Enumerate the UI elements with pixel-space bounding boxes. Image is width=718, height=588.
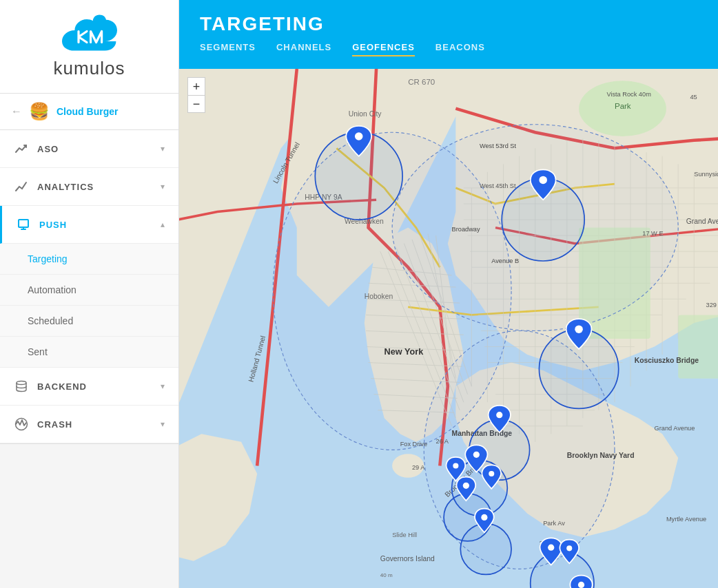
push-sub-nav: Targeting Automation Scheduled Sent xyxy=(0,244,178,368)
backend-icon xyxy=(14,379,29,394)
back-arrow-icon: ← xyxy=(11,105,22,118)
logo-area: kumulos xyxy=(0,0,178,94)
aso-chevron-icon: ▾ xyxy=(161,144,165,154)
svg-text:29 A: 29 A xyxy=(412,464,425,471)
svg-point-119 xyxy=(578,582,584,588)
svg-text:Governors Island: Governors Island xyxy=(380,555,435,563)
svg-text:Kosciuszko Bridge: Kosciuszko Bridge xyxy=(635,357,699,364)
svg-text:West 45th St: West 45th St xyxy=(480,182,516,189)
sidebar-subitem-scheduled[interactable]: Scheduled xyxy=(0,306,178,337)
map-svg: Lincoln Tunnel Holland Tunnel CR 670 Man… xyxy=(179,69,718,588)
svg-rect-0 xyxy=(19,220,28,227)
svg-text:Myrtle Avenue: Myrtle Avenue xyxy=(666,516,706,523)
sidebar: kumulos ← 🍔 Cloud Burger ASO ▾ xyxy=(0,0,179,588)
app-selector[interactable]: ← 🍔 Cloud Burger xyxy=(0,94,178,130)
page-title: TARGETING xyxy=(200,13,697,35)
zoom-out-button[interactable]: − xyxy=(187,95,205,113)
tab-segments[interactable]: SEGMENTS xyxy=(200,42,256,56)
tabs: SEGMENTS CHANNELS GEOFENCES BEACONS xyxy=(200,42,697,56)
crash-icon xyxy=(14,417,29,432)
svg-text:40 m: 40 m xyxy=(380,572,393,578)
map-controls: + − xyxy=(187,77,205,113)
sidebar-item-push-label: PUSH xyxy=(39,220,161,230)
logo-text: kumulos xyxy=(14,58,165,79)
svg-text:329: 329 xyxy=(706,302,717,308)
crash-chevron-icon: ▾ xyxy=(161,419,165,429)
aso-icon xyxy=(14,141,29,156)
sidebar-item-aso-label: ASO xyxy=(37,144,161,154)
svg-text:Avenue B: Avenue B xyxy=(491,258,519,264)
backend-chevron-icon: ▾ xyxy=(161,381,165,391)
sidebar-subitem-targeting[interactable]: Targeting xyxy=(0,244,178,275)
svg-point-114 xyxy=(473,452,480,458)
svg-rect-64 xyxy=(678,315,718,378)
svg-point-3 xyxy=(17,381,26,385)
tab-beacons[interactable]: BEACONS xyxy=(435,42,485,56)
analytics-icon xyxy=(14,179,29,194)
svg-point-121 xyxy=(489,471,494,476)
svg-text:West 53rd St: West 53rd St xyxy=(480,143,517,149)
sidebar-item-crash[interactable]: CRASH ▾ xyxy=(0,406,178,443)
nav-section: ASO ▾ ANALYTICS ▾ PUSH ▴ xyxy=(0,130,178,444)
svg-point-116 xyxy=(481,514,487,521)
svg-text:Brooklyn Navy Yard: Brooklyn Navy Yard xyxy=(567,452,635,459)
tab-channels[interactable]: CHANNELS xyxy=(276,42,331,56)
sidebar-item-backend-label: BACKEND xyxy=(37,381,161,392)
svg-point-120 xyxy=(453,463,458,468)
sidebar-item-analytics-label: ANALYTICS xyxy=(37,182,161,192)
svg-point-115 xyxy=(463,483,469,489)
svg-text:Grand Avenue: Grand Avenue xyxy=(655,425,695,432)
svg-point-110 xyxy=(539,176,547,185)
svg-text:Sunnyside Yard: Sunnyside Yard xyxy=(694,171,718,178)
svg-text:Grand Avenue: Grand Avenue xyxy=(686,218,718,225)
svg-text:Park: Park xyxy=(615,102,631,110)
tab-geofences[interactable]: GEOFENCES xyxy=(352,42,415,56)
analytics-chevron-icon: ▾ xyxy=(161,182,165,191)
push-icon xyxy=(16,217,31,232)
svg-point-109 xyxy=(355,132,363,140)
app-icon: 🍔 xyxy=(29,102,50,121)
sidebar-item-backend[interactable]: BACKEND ▾ xyxy=(0,368,178,406)
top-bar: TARGETING SEGMENTS CHANNELS GEOFENCES BE… xyxy=(179,0,718,69)
app-name: Cloud Burger xyxy=(57,106,118,117)
svg-text:Park Av: Park Av xyxy=(543,520,565,527)
zoom-in-button[interactable]: + xyxy=(187,77,205,95)
svg-text:New York: New York xyxy=(384,347,424,357)
svg-text:Vista Rock 40m: Vista Rock 40m xyxy=(606,91,651,98)
svg-text:Union City: Union City xyxy=(349,110,382,118)
push-chevron-icon: ▴ xyxy=(161,220,165,229)
svg-text:Hoboken: Hoboken xyxy=(365,293,393,300)
main-content: TARGETING SEGMENTS CHANNELS GEOFENCES BE… xyxy=(179,0,718,588)
kumulos-logo xyxy=(62,14,117,52)
sidebar-item-crash-label: CRASH xyxy=(37,419,161,430)
sidebar-item-analytics[interactable]: ANALYTICS ▾ xyxy=(0,168,178,206)
sidebar-item-push[interactable]: PUSH ▴ xyxy=(0,206,178,244)
svg-point-112 xyxy=(575,325,583,333)
sidebar-subitem-automation[interactable]: Automation xyxy=(0,275,178,306)
map-pin-10[interactable] xyxy=(570,576,592,588)
svg-text:Broadway: Broadway xyxy=(452,226,480,233)
sidebar-item-aso[interactable]: ASO ▾ xyxy=(0,130,178,168)
map-container: + − xyxy=(179,69,718,588)
svg-text:45: 45 xyxy=(690,94,697,101)
sidebar-subitem-sent[interactable]: Sent xyxy=(0,337,178,368)
svg-point-122 xyxy=(566,545,572,551)
svg-text:26 A: 26 A xyxy=(436,438,449,445)
svg-text:Fox Drive: Fox Drive xyxy=(400,441,427,448)
svg-point-118 xyxy=(548,545,554,551)
svg-text:17 W E: 17 W E xyxy=(642,230,663,237)
svg-text:Slide Hill: Slide Hill xyxy=(392,532,417,538)
svg-point-113 xyxy=(496,412,502,418)
svg-text:CR 670: CR 670 xyxy=(408,78,435,86)
